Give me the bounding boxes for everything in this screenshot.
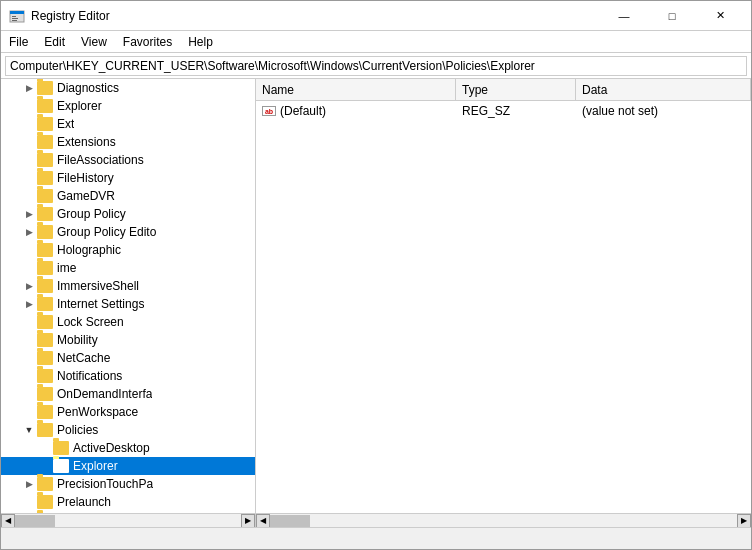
tree-item-ondemandinterfa[interactable]: OnDemandInterfa — [1, 385, 255, 403]
address-bar: Computer\HKEY_CURRENT_USER\Software\Micr… — [1, 53, 751, 79]
expand-arrow-netcache — [21, 349, 37, 367]
menu-edit[interactable]: Edit — [36, 31, 73, 52]
folder-icon-explorer — [37, 99, 53, 113]
details-header: Name Type Data — [256, 79, 751, 101]
tree-item-grouppolicy[interactable]: ▶ Group Policy — [1, 205, 255, 223]
expand-arrow-prelaunch — [21, 493, 37, 511]
folder-icon-immersiveshell — [37, 279, 53, 293]
svg-rect-2 — [12, 16, 16, 17]
tree-item-penworkspace[interactable]: PenWorkspace — [1, 403, 255, 421]
status-bar — [1, 527, 751, 549]
detail-cell-name: ab (Default) — [256, 104, 456, 118]
folder-icon-ondemandinterfa — [37, 387, 53, 401]
tree-hscrollbar[interactable]: ◀ ▶ — [1, 513, 255, 527]
tree-item-explorer[interactable]: Explorer — [1, 97, 255, 115]
expand-arrow-immersiveshell: ▶ — [21, 277, 37, 295]
col-header-data[interactable]: Data — [576, 79, 751, 100]
folder-icon-netcache — [37, 351, 53, 365]
details-pane: Name Type Data ab (Default) REG_SZ — [256, 79, 751, 527]
detail-type-text: REG_SZ — [462, 104, 510, 118]
tree-item-gamedvr[interactable]: GameDVR — [1, 187, 255, 205]
menu-favorites[interactable]: Favorites — [115, 31, 180, 52]
tree-item-diagnostics[interactable]: ▶ Diagnostics — [1, 79, 255, 97]
expand-arrow-ondemandinterfa — [21, 385, 37, 403]
menu-file[interactable]: File — [1, 31, 36, 52]
detail-name-text: (Default) — [280, 104, 326, 118]
tree-item-mobility[interactable]: Mobility — [1, 331, 255, 349]
tree-scroll[interactable]: ▶ Diagnostics Explorer Ext — [1, 79, 255, 513]
menu-help[interactable]: Help — [180, 31, 221, 52]
tree-item-netcache[interactable]: NetCache — [1, 349, 255, 367]
details-scroll-thumb — [270, 515, 310, 527]
folder-icon-extensions — [37, 135, 53, 149]
tree-item-prelaunch[interactable]: Prelaunch — [1, 493, 255, 511]
tree-item-extensions[interactable]: Extensions — [1, 133, 255, 151]
expand-arrow-mobility — [21, 331, 37, 349]
tree-label-holographic: Holographic — [57, 243, 121, 257]
maximize-button[interactable]: □ — [649, 1, 695, 31]
expand-arrow-lockscreen — [21, 313, 37, 331]
tree-label-ext: Ext — [57, 117, 74, 131]
expand-arrow-policies: ▼ — [21, 421, 37, 439]
expand-arrow-filehistory — [21, 169, 37, 187]
tree-item-immersiveshell[interactable]: ▶ ImmersiveShell — [1, 277, 255, 295]
folder-icon-mobility — [37, 333, 53, 347]
tree-label-explorer: Explorer — [57, 99, 102, 113]
expand-arrow-grouppolicy: ▶ — [21, 205, 37, 223]
tree-item-explorerchild[interactable]: Explorer — [1, 457, 255, 475]
expand-arrow-penworkspace — [21, 403, 37, 421]
folder-icon-penworkspace — [37, 405, 53, 419]
tree-item-notifications[interactable]: Notifications — [1, 367, 255, 385]
tree-item-internetsettings[interactable]: ▶ Internet Settings — [1, 295, 255, 313]
tree-item-ext[interactable]: Ext — [1, 115, 255, 133]
registry-editor-window: Registry Editor — □ ✕ File Edit View Fav… — [0, 0, 752, 550]
tree-label-netcache: NetCache — [57, 351, 110, 365]
col-header-name[interactable]: Name — [256, 79, 456, 100]
tree-scroll-right[interactable]: ▶ — [241, 514, 255, 528]
tree-scroll-left[interactable]: ◀ — [1, 514, 15, 528]
tree-label-penworkspace: PenWorkspace — [57, 405, 138, 419]
expand-arrow-explorer — [21, 97, 37, 115]
tree-label-extensions: Extensions — [57, 135, 116, 149]
folder-icon-explorerchild — [53, 459, 69, 473]
window-title: Registry Editor — [31, 9, 110, 23]
folder-icon-grouppolicy — [37, 207, 53, 221]
folder-icon-holographic — [37, 243, 53, 257]
folder-icon-diagnostics — [37, 81, 53, 95]
col-header-type[interactable]: Type — [456, 79, 576, 100]
tree-item-filehistory[interactable]: FileHistory — [1, 169, 255, 187]
tree-item-fileassociations[interactable]: FileAssociations — [1, 151, 255, 169]
details-scroll-left[interactable]: ◀ — [256, 514, 270, 528]
tree-item-policies[interactable]: ▼ Policies — [1, 421, 255, 439]
details-scroll-track[interactable] — [270, 515, 737, 527]
tree-item-ime[interactable]: ime — [1, 259, 255, 277]
address-text[interactable]: Computer\HKEY_CURRENT_USER\Software\Micr… — [5, 56, 747, 76]
tree-pane: ▶ Diagnostics Explorer Ext — [1, 79, 256, 527]
detail-cell-type: REG_SZ — [456, 104, 576, 118]
tree-item-activedesktop[interactable]: ActiveDesktop — [1, 439, 255, 457]
folder-icon-notifications — [37, 369, 53, 383]
tree-item-lockscreen[interactable]: Lock Screen — [1, 313, 255, 331]
detail-row-default[interactable]: ab (Default) REG_SZ (value not set) — [256, 101, 751, 121]
tree-item-holographic[interactable]: Holographic — [1, 241, 255, 259]
close-button[interactable]: ✕ — [697, 1, 743, 31]
expand-arrow-ext — [21, 115, 37, 133]
tree-label-filehistory: FileHistory — [57, 171, 114, 185]
tree-label-activedesktop: ActiveDesktop — [73, 441, 150, 455]
reg-value-icon: ab — [262, 106, 276, 116]
folder-icon-fileassociations — [37, 153, 53, 167]
minimize-button[interactable]: — — [601, 1, 647, 31]
tree-item-precisiontouchpa[interactable]: ▶ PrecisionTouchPa — [1, 475, 255, 493]
title-bar: Registry Editor — □ ✕ — [1, 1, 751, 31]
tree-item-grouppolicyeditor[interactable]: ▶ Group Policy Edito — [1, 223, 255, 241]
expand-arrow-precisiontouchpa: ▶ — [21, 475, 37, 493]
details-hscrollbar[interactable]: ◀ ▶ — [256, 513, 751, 527]
tree-label-precisiontouchpa: PrecisionTouchPa — [57, 477, 153, 491]
tree-label-prelaunch: Prelaunch — [57, 495, 111, 509]
tree-scroll-track[interactable] — [15, 515, 241, 527]
expand-arrow-internetsettings: ▶ — [21, 295, 37, 313]
folder-icon-gamedvr — [37, 189, 53, 203]
expand-arrow-ime — [21, 259, 37, 277]
menu-view[interactable]: View — [73, 31, 115, 52]
details-scroll-right[interactable]: ▶ — [737, 514, 751, 528]
